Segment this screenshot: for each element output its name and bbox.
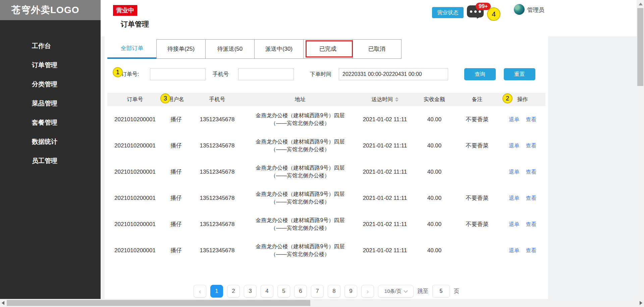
order-no-input[interactable]: [150, 68, 206, 80]
cell-delivery-time: 2021-01-02 11:11: [356, 142, 414, 149]
view-link[interactable]: 查看: [526, 195, 536, 201]
refund-link[interactable]: 退单: [509, 195, 520, 201]
sidebar-item-orders[interactable]: 订单管理: [0, 55, 101, 75]
tab-pending-dispatch[interactable]: 待派送(50: [205, 39, 255, 59]
refund-link[interactable]: 退单: [509, 248, 520, 253]
page-button[interactable]: 8: [328, 285, 340, 298]
refund-link[interactable]: 退单: [509, 117, 520, 122]
address-line1: 金燕龙办公楼（建材城西路9号）四层: [245, 190, 356, 198]
address-line2: （——宾馆北侧办公楼）: [245, 198, 356, 206]
page-button[interactable]: 7: [311, 285, 324, 298]
tab-pending-accept[interactable]: 待接单(25): [156, 39, 206, 59]
tab-cancelled[interactable]: 已取消: [352, 39, 401, 59]
cell-delivery-time: 2021-01-02 11:11: [356, 116, 414, 123]
view-link[interactable]: 查看: [526, 169, 536, 175]
col-delivery-time: 送达时间: [356, 96, 414, 103]
phone-input[interactable]: [238, 68, 294, 80]
address-line2: （——宾馆北侧办公楼）: [245, 145, 356, 153]
horizontal-scrollbar[interactable]: [0, 299, 644, 307]
refund-link[interactable]: 退单: [509, 169, 520, 175]
cell-user: 播仔: [163, 194, 190, 202]
page-button[interactable]: 9: [344, 285, 357, 298]
pagination: ‹ 123456789 › 10条/页 跳至 页: [105, 285, 548, 298]
cell-remark: 不要香菜: [454, 116, 500, 123]
order-time-label: 下单时间: [310, 71, 331, 78]
tab-all-orders[interactable]: 全部订单: [107, 39, 157, 59]
page-button[interactable]: 4: [261, 285, 273, 298]
sort-icon[interactable]: [395, 97, 398, 102]
page-button[interactable]: 1: [210, 285, 223, 298]
col-delivery-time-label: 送达时间: [372, 96, 393, 103]
cell-order-no: 2021010200001: [107, 247, 163, 254]
view-link[interactable]: 查看: [526, 248, 536, 253]
cell-amount: 40.00: [414, 247, 454, 254]
cell-actions: 退单 查看: [500, 247, 545, 254]
admin-name[interactable]: 管理员: [527, 6, 544, 14]
page-size-select[interactable]: 10条/页: [378, 285, 414, 298]
top-header: 营业中 订单管理 营业状态 99+ 管理员: [101, 0, 637, 36]
page-button[interactable]: 5: [277, 285, 290, 298]
address-line1: 金燕龙办公楼（建材城西路9号）四层: [245, 138, 356, 145]
cell-user: 播仔: [163, 116, 190, 123]
col-remark: 备注: [454, 96, 500, 103]
cell-delivery-time: 2021-01-02 11:11: [356, 194, 414, 202]
page-unit-label: 页: [454, 288, 459, 295]
cell-amount: 40.00: [414, 142, 454, 149]
avatar[interactable]: [514, 4, 525, 15]
cell-actions: 退单 查看: [500, 194, 545, 202]
next-page-button[interactable]: ›: [361, 285, 374, 298]
page-size-value: 10条/页: [384, 285, 401, 297]
view-link[interactable]: 查看: [526, 221, 536, 227]
jump-page-input[interactable]: [432, 285, 450, 298]
search-button[interactable]: 查询: [464, 68, 496, 80]
cell-remark: 不要香菜: [454, 220, 500, 228]
address-line2: （——宾馆北侧办公楼）: [245, 250, 356, 258]
vertical-scrollbar[interactable]: [637, 0, 644, 299]
col-amount: 实收金额: [414, 96, 454, 103]
cell-address: 金燕龙办公楼（建材城西路9号）四层 （——宾馆北侧办公楼）: [245, 190, 356, 206]
horizontal-scrollbar-thumb[interactable]: [7, 300, 310, 306]
refund-link[interactable]: 退单: [509, 143, 520, 148]
sidebar: 苍穹外卖LOGO 工作台 订单管理 分类管理 菜品管理 套餐管理 数据统计 员工…: [0, 0, 101, 299]
sidebar-item-categories[interactable]: 分类管理: [0, 75, 101, 94]
page-button[interactable]: 6: [294, 285, 307, 298]
page-button[interactable]: 3: [244, 285, 257, 298]
page-title: 订单管理: [121, 19, 149, 29]
order-management-screen: 苍穹外卖LOGO 工作台 订单管理 分类管理 菜品管理 套餐管理 数据统计 员工…: [0, 0, 644, 307]
table-header: 订单号 用户名 手机号 地址 送达时间 实收金额 备注 操作: [107, 93, 545, 106]
scroll-up-icon[interactable]: [639, 3, 643, 5]
tab-dispatching[interactable]: 派送中(30): [254, 39, 304, 59]
annotation-circle-2: 2: [502, 93, 513, 103]
cell-address: 金燕龙办公楼（建材城西路9号）四层 （——宾馆北侧办公楼）: [245, 138, 356, 153]
prev-page-button[interactable]: ‹: [194, 285, 206, 298]
sidebar-item-workbench[interactable]: 工作台: [0, 36, 101, 55]
address-line2: （——宾馆北侧办公楼）: [245, 224, 356, 232]
reset-button[interactable]: 重置: [504, 68, 535, 80]
table-row: 2021010200001 播仔 13512345678 金燕龙办公楼（建材城西…: [107, 132, 545, 159]
annotation-circle-1: 1: [113, 67, 123, 77]
scroll-right-icon[interactable]: [640, 301, 642, 305]
address-line1: 金燕龙办公楼（建材城西路9号）四层: [245, 112, 356, 119]
vertical-scrollbar-thumb[interactable]: [637, 8, 643, 86]
table-row: 2021010200001 播仔 13512345678 金燕龙办公楼（建材城西…: [107, 106, 545, 132]
page-button[interactable]: 2: [227, 285, 240, 298]
col-address: 地址: [245, 96, 356, 103]
view-link[interactable]: 查看: [526, 117, 536, 122]
sidebar-item-statistics[interactable]: 数据统计: [0, 132, 101, 151]
annotation-circle-3: 3: [160, 93, 170, 103]
sidebar-item-dishes[interactable]: 菜品管理: [0, 94, 101, 113]
cell-remark: 不要香菜: [454, 194, 500, 202]
sidebar-item-combos[interactable]: 套餐管理: [0, 113, 101, 132]
notification-count-badge: 99+: [476, 3, 491, 10]
cell-order-no: 2021010200001: [107, 168, 163, 176]
address-line1: 金燕龙办公楼（建材城西路9号）四层: [245, 243, 356, 250]
cell-phone: 13512345678: [190, 168, 245, 176]
cell-order-no: 2021010200001: [107, 194, 163, 202]
view-link[interactable]: 查看: [526, 143, 536, 148]
order-time-range-input[interactable]: [339, 68, 448, 80]
sidebar-item-employees[interactable]: 员工管理: [0, 151, 101, 170]
refund-link[interactable]: 退单: [509, 221, 520, 227]
scroll-left-icon[interactable]: [2, 301, 4, 305]
business-status-button[interactable]: 营业状态: [432, 7, 464, 18]
cell-user: 播仔: [163, 168, 190, 176]
